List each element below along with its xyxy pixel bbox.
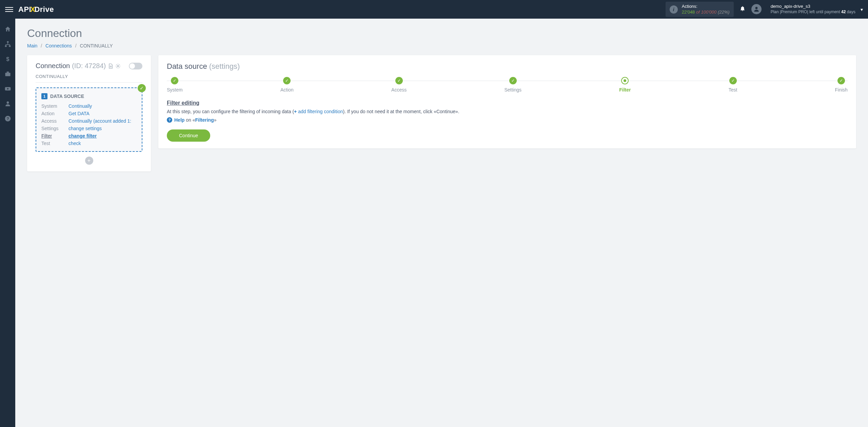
step-settings[interactable]: ✓Settings	[504, 77, 521, 93]
info-icon: i	[670, 5, 678, 14]
breadcrumb-main[interactable]: Main	[27, 43, 37, 48]
filter-heading: Filter editing	[167, 100, 848, 106]
step-finish[interactable]: ✓Finish	[835, 77, 848, 93]
document-icon[interactable]	[108, 63, 113, 69]
row-system-label: System	[41, 103, 68, 109]
svg-point-11	[117, 65, 119, 67]
step-filter[interactable]: Filter	[619, 77, 631, 93]
logo-text-pre: API	[18, 5, 31, 14]
svg-rect-5	[5, 73, 10, 76]
step-system[interactable]: ✓System	[167, 77, 183, 93]
step-action[interactable]: ✓Action	[280, 77, 294, 93]
svg-rect-2	[5, 45, 6, 47]
connection-id: (ID: 47284)	[72, 62, 106, 70]
topbar: APIXDrive i Actions: 22'048 of 100'000 (…	[0, 0, 868, 19]
dollar-icon[interactable]: $	[4, 55, 12, 63]
breadcrumb: Main / Connections / CONTINUALLY	[27, 43, 856, 48]
gear-icon[interactable]	[115, 63, 121, 69]
svg-text:$: $	[6, 56, 9, 62]
user-icon[interactable]	[4, 100, 12, 107]
avatar-icon	[751, 4, 762, 14]
row-test-label: Test	[41, 141, 68, 146]
row-filter-label: Filter	[41, 133, 68, 139]
row-settings-label: Settings	[41, 126, 68, 131]
actions-counter[interactable]: i Actions: 22'048 of 100'000 (22%)	[666, 2, 734, 17]
network-icon[interactable]	[4, 40, 12, 48]
help-filtering-link[interactable]: Filtering	[195, 117, 214, 123]
svg-rect-1	[7, 41, 8, 43]
svg-point-8	[6, 101, 9, 104]
add-filter-condition-link[interactable]: add filtering condition	[298, 109, 343, 114]
data-source-title-row: 1 DATA SOURCE	[41, 93, 137, 99]
actions-pct: (22%)	[718, 9, 730, 15]
continue-button[interactable]: Continue	[167, 129, 210, 142]
actions-of: of	[696, 9, 700, 15]
data-source-title: DATA SOURCE	[50, 94, 84, 99]
breadcrumb-connections[interactable]: Connections	[45, 43, 72, 48]
menu-toggle-icon[interactable]	[5, 5, 13, 14]
briefcase-icon[interactable]	[4, 70, 12, 78]
svg-rect-6	[6, 72, 9, 73]
row-test-value[interactable]: check	[68, 141, 137, 146]
connection-title: Connection	[36, 62, 70, 70]
row-access-label: Access	[41, 118, 68, 124]
actions-used: 22'048	[682, 9, 695, 15]
row-system-value[interactable]: Continually	[68, 103, 137, 109]
notifications-icon[interactable]	[739, 5, 746, 13]
connection-toggle[interactable]	[129, 63, 142, 69]
settings-title: Data source (settings)	[167, 62, 848, 71]
svg-point-0	[755, 7, 757, 9]
stepper: ✓System ✓Action ✓Access ✓Settings Filter…	[167, 77, 848, 93]
main-content: Connection Main / Connections / CONTINUA…	[15, 19, 868, 180]
home-icon[interactable]	[4, 25, 12, 33]
actions-label: Actions:	[682, 4, 730, 9]
user-name: demo_apix-drive_s3	[771, 4, 855, 9]
row-action-value[interactable]: Get DATA	[68, 111, 137, 116]
data-source-box: ✓ 1 DATA SOURCE System Continually Actio…	[36, 87, 142, 152]
logo-text-x: X	[30, 5, 35, 14]
connection-card: Connection (ID: 47284) CONTINUALLY ✓ 1 D…	[27, 55, 151, 171]
check-badge-icon: ✓	[138, 84, 146, 92]
data-source-badge: 1	[41, 93, 47, 99]
help-link[interactable]: Help	[174, 117, 184, 123]
connection-name: CONTINUALLY	[36, 74, 142, 83]
actions-text: Actions: 22'048 of 100'000 (22%)	[682, 4, 730, 15]
row-settings-value[interactable]: change settings	[68, 126, 137, 131]
logo-text-post: Drive	[34, 5, 54, 14]
chevron-down-icon[interactable]: ▾	[861, 7, 863, 12]
filter-description: At this step, you can configure the filt…	[167, 108, 848, 115]
settings-card: Data source (settings) ✓System ✓Action ✓…	[158, 55, 856, 148]
row-filter-value[interactable]: change filter	[68, 133, 137, 139]
help-icon[interactable]: ?	[4, 115, 12, 122]
question-icon: ?	[167, 117, 172, 123]
breadcrumb-current: CONTINUALLY	[80, 43, 113, 48]
help-line: ? Help on «Filtering»	[167, 117, 848, 123]
svg-rect-3	[9, 45, 11, 47]
step-test[interactable]: ✓Test	[729, 77, 737, 93]
row-action-label: Action	[41, 111, 68, 116]
svg-text:?: ?	[6, 116, 9, 121]
row-access-value[interactable]: Continually (account added 1:	[68, 118, 137, 124]
connection-header: Connection (ID: 47284)	[36, 62, 142, 70]
user-plan: Plan |Premium PRO| left until payment 42…	[771, 9, 855, 15]
actions-total: 100'000	[701, 9, 716, 15]
sidebar: $ ?	[0, 19, 15, 180]
add-destination-button[interactable]: +	[85, 157, 93, 165]
step-access[interactable]: ✓Access	[391, 77, 407, 93]
page-title: Connection	[27, 27, 856, 40]
logo[interactable]: APIXDrive	[18, 5, 54, 14]
youtube-icon[interactable]	[4, 85, 12, 93]
user-menu[interactable]: demo_apix-drive_s3 Plan |Premium PRO| le…	[751, 4, 855, 15]
